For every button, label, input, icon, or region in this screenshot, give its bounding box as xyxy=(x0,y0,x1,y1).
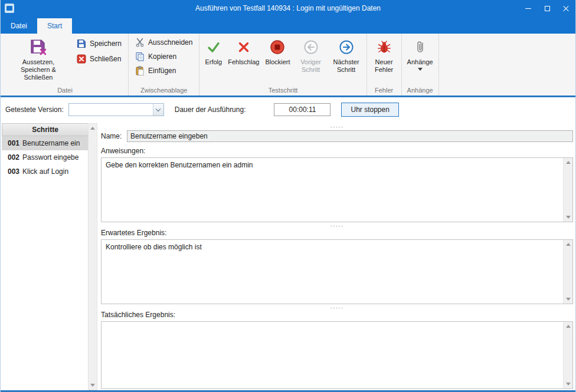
tab-start[interactable]: Start xyxy=(37,18,72,34)
expected-result-field[interactable]: Kontrolliere ob dies möglich ist xyxy=(101,239,573,304)
actual-result-label: Tatsächliches Ergebnis: xyxy=(101,311,573,320)
copy-button[interactable]: Kopieren xyxy=(131,50,197,64)
close-file-button[interactable]: Schließen xyxy=(73,52,126,66)
save-and-close-icon xyxy=(30,38,47,56)
scroll-down-icon[interactable] xyxy=(90,384,95,387)
close-icon xyxy=(562,5,570,12)
group-label-datei: Datei xyxy=(2,86,128,95)
ribbon-spacer xyxy=(439,34,575,95)
step-number: 001 xyxy=(8,139,19,147)
tested-version-combobox[interactable] xyxy=(68,103,164,116)
scissors-icon xyxy=(135,38,145,47)
save-icon xyxy=(77,39,86,48)
step-label: Passwort eingebe xyxy=(22,153,78,162)
duration-field[interactable]: 00:00:11 xyxy=(274,103,330,116)
steps-list: 001 Benutzername ein 002 Passwort eingeb… xyxy=(2,136,88,390)
group-label-zwischenablage: Zwischenablage xyxy=(129,86,199,95)
name-label: Name: xyxy=(101,132,127,140)
fail-icon-wrap xyxy=(236,37,251,57)
ribbon-group-datei: Aussetzen, Speichern & Schließen Speiche… xyxy=(2,34,129,95)
instructions-field[interactable]: Gebe den korrekten Benutzernamen ein adm… xyxy=(101,157,573,222)
tab-datei[interactable]: Datei xyxy=(1,18,37,34)
dropdown-caret-icon xyxy=(418,68,423,71)
ribbon-group-testschritt: Erfolg Fehlschlag xyxy=(199,34,366,95)
clipboard-group-content: Ausschneiden Kopieren xyxy=(129,34,199,86)
close-file-icon xyxy=(77,54,86,64)
bug-icon-wrap xyxy=(377,37,392,57)
step-item-2[interactable]: 002 Passwort eingebe xyxy=(2,150,88,164)
arrow-right-circle-icon xyxy=(339,39,354,55)
instructions-scrollbar[interactable] xyxy=(563,158,572,222)
step-item-3[interactable]: 003 Klick auf Login xyxy=(2,164,88,179)
name-field[interactable]: Benutzername eingeben xyxy=(127,130,573,142)
window-controls xyxy=(519,0,575,17)
step-item-1[interactable]: 001 Benutzername ein xyxy=(2,136,88,150)
paste-label: Einfügen xyxy=(148,67,176,75)
tested-version-value xyxy=(69,104,153,116)
paperclip-icon xyxy=(413,39,428,55)
chevron-down-icon xyxy=(156,106,161,111)
attachments-group-content: Anhänge xyxy=(402,34,438,86)
fail-button[interactable]: Fehlschlag xyxy=(225,35,262,86)
expected-scrollbar[interactable] xyxy=(563,240,572,304)
close-button[interactable] xyxy=(557,0,575,17)
splitter-handle-mid1[interactable]: ····· xyxy=(101,222,573,229)
execution-toolbar: Getestete Version: Dauer der Ausführung:… xyxy=(1,97,575,122)
ribbon-group-datei-content: Aussetzen, Speichern & Schließen Speiche… xyxy=(2,34,128,86)
previous-step-icon-wrap xyxy=(303,37,319,57)
steps-header: Schritte xyxy=(2,123,88,136)
instructions-label: Anweisungen: xyxy=(101,147,573,156)
copy-icon xyxy=(135,52,145,61)
expected-result-text: Kontrolliere ob dies möglich ist xyxy=(102,241,562,303)
scroll-up-icon[interactable] xyxy=(566,161,571,164)
file-group-small-buttons: Speichern Schließen xyxy=(73,37,126,66)
scroll-down-icon[interactable] xyxy=(566,298,571,301)
ribbon-group-anhaenge: Anhänge Anhänge xyxy=(402,34,439,95)
attachments-button[interactable]: Anhänge xyxy=(404,35,436,86)
suspend-save-close-button[interactable]: Aussetzen, Speichern & Schließen xyxy=(4,35,73,86)
copy-label: Kopieren xyxy=(148,52,176,61)
ribbon-group-zwischenablage: Ausschneiden Kopieren xyxy=(129,34,199,95)
maximize-button[interactable] xyxy=(538,0,557,17)
paste-button[interactable]: Einfügen xyxy=(131,64,197,78)
app-window: Ausführen von Testfall 140934 : Login mi… xyxy=(0,0,576,392)
steps-panel-main: Schritte 001 Benutzername ein 002 Passwo… xyxy=(2,123,88,390)
app-icon[interactable] xyxy=(5,4,14,13)
scroll-down-icon[interactable] xyxy=(566,216,571,219)
maximize-icon xyxy=(545,6,550,11)
tested-version-label: Getestete Version: xyxy=(5,106,64,114)
save-button[interactable]: Speichern xyxy=(73,37,126,51)
new-error-button[interactable]: Neuer Fehler xyxy=(369,35,399,86)
pass-button[interactable]: Erfolg xyxy=(202,35,225,86)
paste-icon xyxy=(135,66,145,75)
minimize-button[interactable] xyxy=(519,0,538,17)
cut-label: Ausschneiden xyxy=(148,38,192,47)
steps-scrollbar[interactable] xyxy=(88,123,97,390)
ribbon-group-fehler: Neuer Fehler Fehler xyxy=(367,34,402,95)
teststep-group-content: Erfolg Fehlschlag xyxy=(199,34,366,86)
scroll-up-icon[interactable] xyxy=(566,325,571,328)
blocked-button[interactable]: Blockiert xyxy=(262,35,293,86)
group-label-testschritt: Testschritt xyxy=(199,86,366,95)
actual-scrollbar[interactable] xyxy=(563,322,572,388)
actual-result-text xyxy=(102,322,562,388)
blocked-label: Blockiert xyxy=(265,58,290,66)
blocked-icon-wrap xyxy=(270,37,285,57)
window-title: Ausführen von Testfall 140934 : Login mi… xyxy=(1,4,575,12)
actual-result-field[interactable] xyxy=(101,321,573,389)
duration-label: Dauer der Ausführung: xyxy=(175,106,246,114)
close-file-label: Schließen xyxy=(90,55,121,63)
cut-button[interactable]: Ausschneiden xyxy=(131,35,197,50)
scroll-up-icon[interactable] xyxy=(90,127,95,130)
splitter-handle-mid2[interactable]: ····· xyxy=(101,304,573,311)
scroll-up-icon[interactable] xyxy=(566,243,571,246)
expected-result-label: Erwartetes Ergebnis: xyxy=(101,229,573,238)
stop-clock-button[interactable]: Uhr stoppen xyxy=(341,103,398,117)
step-label: Benutzername ein xyxy=(22,139,80,147)
group-label-anhaenge: Anhänge xyxy=(402,86,438,95)
next-step-button[interactable]: Nächster Schritt xyxy=(329,35,364,86)
scroll-down-icon[interactable] xyxy=(566,383,571,386)
pass-label: Erfolg xyxy=(205,58,222,66)
combo-dropdown-button[interactable] xyxy=(153,104,163,116)
splitter-handle-top[interactable]: ····· xyxy=(101,123,573,130)
